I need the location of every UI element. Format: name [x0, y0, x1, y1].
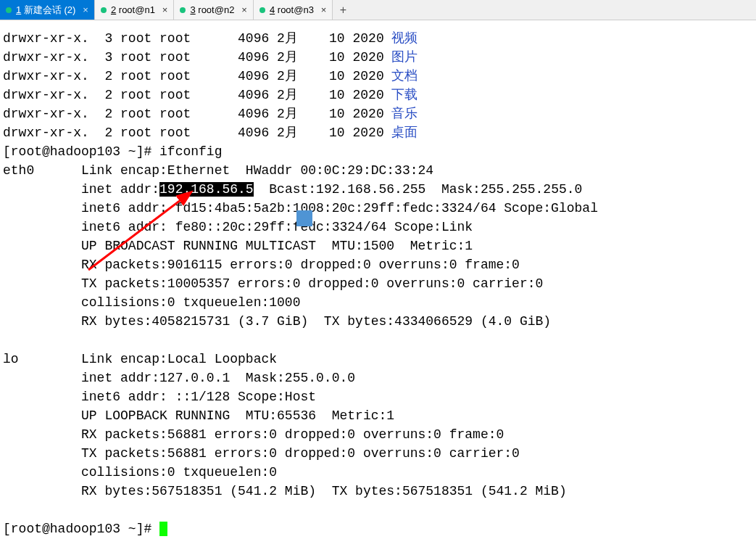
close-icon[interactable]: ×	[318, 4, 327, 15]
close-icon[interactable]: ×	[238, 4, 247, 15]
tab--2-[interactable]: 1 新建会话 (2)×	[0, 0, 95, 20]
tab-root-n3[interactable]: 4 root@n3×	[254, 0, 333, 20]
eth0-line: inet6 addr: fd15:4ba5:5a2b:1008:20c:29ff…	[3, 199, 753, 218]
prompt: [root@hadoop103 ~]#	[3, 522, 159, 536]
lo-line: UP LOOPBACK RUNNING MTU:65536 Metric:1	[3, 406, 753, 425]
prompt-line: [root@hadoop103 ~]# ifconfig	[3, 142, 753, 161]
eth0-line: RX bytes:4058215731 (3.7 GiB) TX bytes:4…	[3, 312, 753, 331]
lo-line: inet6 addr: ::1/128 Scope:Host	[3, 387, 753, 406]
eth0-line: TX packets:10005357 errors:0 dropped:0 o…	[3, 274, 753, 293]
close-icon[interactable]: ×	[159, 4, 168, 15]
lo-line: RX bytes:567518351 (541.2 MiB) TX bytes:…	[3, 482, 753, 501]
eth0-inet: inet addr:192.168.56.5 Bcast:192.168.56.…	[3, 180, 753, 199]
ls-row: drwxr-xr-x. 2 root root 4096 2月 10 2020 …	[3, 67, 753, 86]
directory-name: 下载	[391, 88, 418, 102]
directory-name: 图片	[391, 50, 418, 65]
lo-line: RX packets:56881 errors:0 dropped:0 over…	[3, 425, 753, 444]
ls-row: drwxr-xr-x. 3 root root 4096 2月 10 2020 …	[3, 29, 753, 48]
eth0-line: collisions:0 txqueuelen:1000	[3, 293, 753, 312]
tab-label: root@n1	[116, 4, 155, 15]
connection-status-icon	[259, 7, 265, 13]
lo-line: collisions:0 txqueuelen:0	[3, 463, 753, 482]
tab-bar: 1 新建会话 (2)×2 root@n1×3 root@n2×4 root@n3…	[0, 0, 756, 20]
tab-root-n1[interactable]: 2 root@n1×	[95, 0, 175, 20]
directory-name: 视频	[391, 31, 418, 46]
ls-row: drwxr-xr-x. 2 root root 4096 2月 10 2020 …	[3, 104, 753, 123]
close-icon[interactable]: ×	[80, 4, 88, 15]
connection-status-icon	[180, 7, 186, 13]
eth0-line: UP BROADCAST RUNNING MULTICAST MTU:1500 …	[3, 237, 753, 255]
connection-status-icon	[101, 7, 107, 13]
prompt-line-2: [root@hadoop103 ~]#	[3, 519, 753, 538]
new-tab-button[interactable]: +	[333, 0, 353, 20]
ifconfig-lo: lo Link encap:Local Loopback	[3, 350, 753, 369]
ls-row: drwxr-xr-x. 3 root root 4096 2月 10 2020 …	[3, 48, 753, 67]
prompt: [root@hadoop103 ~]#	[3, 144, 159, 159]
blank-line	[3, 501, 753, 519]
eth0-line: inet6 addr: fe80::20c:29ff:fedc:3324/64 …	[3, 218, 753, 237]
tab-label: 新建会话 (2)	[21, 4, 75, 15]
directory-name: 文档	[391, 69, 418, 83]
command: ifconfig	[159, 144, 222, 159]
connection-status-icon	[6, 7, 12, 13]
ls-row: drwxr-xr-x. 2 root root 4096 2月 10 2020 …	[3, 123, 753, 142]
directory-name: 桌面	[391, 126, 418, 140]
lo-line: inet addr:127.0.0.1 Mask:255.0.0.0	[3, 369, 753, 387]
tab-number: 3	[190, 4, 195, 15]
ls-row: drwxr-xr-x. 2 root root 4096 2月 10 2020 …	[3, 86, 753, 104]
terminal-output[interactable]: drwxr-xr-x. 3 root root 4096 2月 10 2020 …	[0, 20, 756, 547]
selected-ip[interactable]: 192.168.56.5	[159, 182, 254, 197]
directory-name: 音乐	[391, 107, 418, 121]
blank-line	[3, 331, 753, 350]
cursor	[159, 522, 167, 536]
eth0-line: RX packets:9016115 errors:0 dropped:0 ov…	[3, 255, 753, 274]
tab-label: root@n2	[196, 4, 235, 15]
tab-label: root@n3	[275, 4, 314, 15]
ifconfig-eth0: eth0 Link encap:Ethernet HWaddr 00:0C:29…	[3, 161, 753, 180]
lo-line: TX packets:56881 errors:0 dropped:0 over…	[3, 444, 753, 463]
tab-root-n2[interactable]: 3 root@n2×	[174, 0, 254, 20]
